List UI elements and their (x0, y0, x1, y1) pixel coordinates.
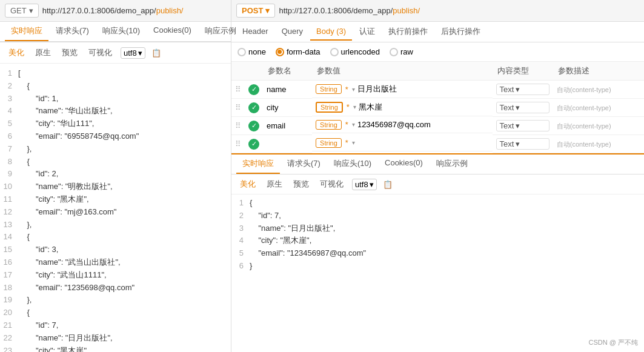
desc-cell: 自动(content-type) (553, 117, 644, 135)
encoding-chevron-icon: ▾ (138, 48, 142, 58)
check-icon[interactable]: ✓ (248, 102, 259, 113)
left-url-bar: GET ▾ http://127.0.0.1:8006/demo_app/pub… (0, 0, 231, 21)
drag-handle-icon[interactable]: ⠿ (235, 103, 241, 112)
code-line: 4 "name": "华山出版社", (0, 105, 231, 118)
left-url-base: http://127.0.0.1:8006/demo_app/ (42, 6, 156, 15)
visualize-btn[interactable]: 可视化 (86, 46, 115, 59)
drag-handle-icon[interactable]: ⠿ (235, 139, 241, 148)
line-content: "name": "华山出版社", (18, 105, 113, 118)
tab-pre-exec[interactable]: 执行前操作 (382, 22, 434, 42)
check-icon[interactable]: ✓ (248, 139, 259, 150)
type-chevron-icon[interactable]: ▾ (352, 139, 355, 146)
tab-query[interactable]: Query (276, 23, 309, 41)
required-star: * (345, 85, 348, 94)
bottom-tab-cookies[interactable]: Cookies(0) (379, 154, 429, 174)
bottom-line-number: 2 (231, 210, 250, 222)
get-method-button[interactable]: GET ▾ (5, 4, 39, 18)
tab-post-exec[interactable]: 后执行操作 (435, 22, 486, 42)
type-badge[interactable]: String (316, 84, 342, 94)
line-content: "email": "1235698@qq.com" (18, 282, 134, 294)
radio-form-data-label: form-data (287, 47, 320, 56)
radio-urlencoded-label: urlencoded (341, 47, 380, 56)
line-number: 8 (0, 156, 18, 168)
bottom-visualize-btn[interactable]: 可视化 (317, 178, 346, 191)
tab-auth[interactable]: 认证 (353, 22, 381, 42)
radio-none[interactable]: none (237, 47, 266, 56)
drag-handle-icon[interactable]: ⠿ (235, 85, 241, 94)
bottom-tab-response-headers[interactable]: 响应头(10) (328, 154, 377, 174)
type-badge[interactable]: String (316, 120, 342, 130)
content-type-dropdown[interactable]: Text ▾ (496, 138, 549, 150)
bottom-beautify-btn[interactable]: 美化 (237, 178, 258, 191)
desc-cell: 自动(content-type) (553, 81, 644, 99)
post-chevron-icon: ▾ (265, 6, 270, 15)
type-chevron-icon[interactable]: ▾ (352, 121, 355, 128)
bottom-toolbar: 美化 原生 预览 可视化 utf8 ▾ 📋 (231, 174, 644, 194)
beautify-btn[interactable]: 美化 (6, 46, 27, 59)
tab-response-headers[interactable]: 响应头(10) (96, 22, 146, 41)
encoding-select[interactable]: utf8 ▾ (121, 47, 145, 59)
line-number: 15 (0, 244, 18, 256)
line-number: 1 (0, 67, 18, 80)
preview-btn[interactable]: 预览 (59, 46, 80, 59)
radio-raw[interactable]: raw (390, 47, 413, 56)
params-area: 参数名 参数值 内容类型 参数描述 ⠿ ✓ name String * ▾ 日月… (231, 62, 644, 153)
bottom-tab-request-headers[interactable]: 请求头(7) (281, 154, 327, 174)
check-icon[interactable]: ✓ (248, 84, 259, 95)
table-row: ⠿ ✓ String * ▾ Text ▾ 自动(content-type) (231, 135, 644, 153)
line-content: }, (18, 143, 32, 156)
type-chevron-icon[interactable]: ▾ (353, 104, 356, 110)
line-content: "city": "华山111", (18, 118, 94, 130)
code-line: 1[ (0, 67, 231, 80)
code-line: 20 { (0, 307, 231, 319)
tab-body[interactable]: Body (3) (310, 23, 352, 41)
code-line: 14 { (0, 231, 231, 244)
tab-request-headers[interactable]: 请求头(7) (50, 22, 95, 41)
drag-handle-icon[interactable]: ⠿ (235, 121, 241, 130)
type-chevron-icon[interactable]: ▾ (352, 86, 355, 93)
radio-form-data-circle (276, 48, 284, 56)
post-method-button[interactable]: POST ▾ (236, 4, 275, 18)
check-icon[interactable]: ✓ (248, 121, 259, 131)
code-line: 13 }, (0, 219, 231, 231)
left-url-path: publish/ (156, 6, 184, 15)
bottom-tab-example[interactable]: 响应示例 (430, 154, 474, 174)
line-number: 6 (0, 130, 18, 143)
bottom-preview-btn[interactable]: 预览 (291, 178, 311, 191)
tab-header[interactable]: Header (236, 23, 274, 41)
left-panel: 美化 原生 预览 可视化 utf8 ▾ 📋 1[2 {3 "id": 1,4 "… (0, 42, 231, 352)
param-name-cell: name (263, 81, 312, 99)
line-number: 11 (0, 193, 18, 206)
bottom-encoding-select[interactable]: utf8 ▾ (352, 179, 377, 190)
col-param-value: 参数值 (312, 62, 492, 81)
type-badge[interactable]: String (316, 102, 343, 113)
bottom-raw-btn[interactable]: 原生 (264, 178, 285, 191)
copy-icon[interactable]: 📋 (151, 48, 161, 58)
content-type-dropdown[interactable]: Text ▾ (496, 102, 549, 113)
drag-handle-cell: ⠿ (231, 135, 245, 153)
bottom-tab-realtime[interactable]: 实时响应 (236, 154, 280, 174)
raw-btn[interactable]: 原生 (33, 46, 53, 59)
radio-raw-circle (390, 48, 398, 56)
line-number: 4 (0, 105, 18, 118)
tab-cookies[interactable]: Cookies(0) (147, 22, 198, 41)
tab-realtime-response[interactable]: 实时响应 (5, 22, 48, 41)
content-type-cell: Text ▾ (493, 117, 553, 135)
radio-form-data[interactable]: form-data (276, 47, 320, 56)
col-check (245, 62, 263, 81)
content-type-dropdown[interactable]: Text ▾ (496, 120, 549, 131)
bottom-tabs-row: 实时响应 请求头(7) 响应头(10) Cookies(0) 响应示例 (231, 154, 644, 174)
line-content: { (18, 156, 30, 168)
bottom-line-number: 1 (231, 197, 250, 210)
col-content-type: 内容类型 (493, 62, 553, 81)
param-desc: 自动(content-type) (557, 104, 611, 111)
required-star: * (345, 138, 348, 147)
check-cell: ✓ (245, 81, 263, 99)
type-badge[interactable]: String (316, 138, 342, 148)
radio-urlencoded[interactable]: urlencoded (330, 47, 380, 56)
line-content: "name": "武当山出版社", (18, 256, 121, 269)
params-table: 参数名 参数值 内容类型 参数描述 ⠿ ✓ name String * ▾ 日月… (231, 62, 644, 153)
bottom-copy-icon[interactable]: 📋 (383, 180, 393, 189)
right-url-bar: POST ▾ http://127.0.0.1:8006/demo_app/pu… (231, 0, 644, 21)
content-type-dropdown[interactable]: Text ▾ (496, 84, 549, 95)
